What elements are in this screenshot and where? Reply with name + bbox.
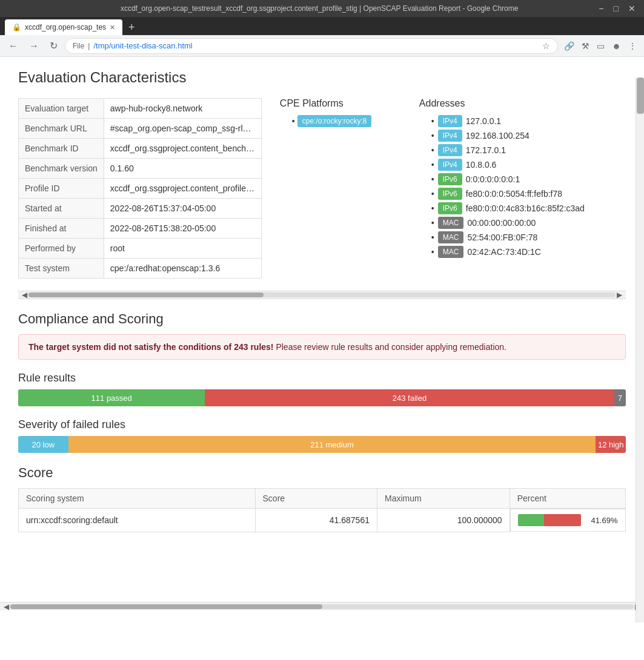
new-tab-button[interactable]: +	[125, 21, 139, 34]
high-bar: 12 high	[596, 436, 626, 453]
profile-button[interactable]: ☻	[609, 39, 623, 53]
menu-button[interactable]: ⋮	[626, 39, 639, 53]
address-list-item: IPv6 0:0:0:0:0:0:0:1	[431, 173, 589, 185]
right-scroll-thumb[interactable]	[637, 78, 644, 114]
addresses-section: Addresses IPv4 127.0.0.1IPv4 192.168.100…	[419, 98, 589, 279]
eval-table-row: Benchmark version0.1.60	[19, 159, 262, 179]
bottom-scrollbar[interactable]: ◀ ▶	[0, 602, 644, 610]
window-controls[interactable]: − □ ✕	[596, 4, 638, 13]
cpe-platforms-section: CPE Platforms cpe:/o:rocky:rocky:8	[280, 98, 401, 279]
right-scrollbar[interactable]	[636, 78, 644, 602]
eval-value: #scap_org.open-scap_comp_ssg-rl8-xccdf-1…	[104, 119, 261, 139]
title-bar: xccdf_org.open-scap_testresult_xccdf_org…	[0, 0, 644, 17]
eval-label: Evaluation target	[19, 99, 104, 119]
eval-label: Test system	[19, 259, 104, 279]
low-bar: 20 low	[18, 436, 68, 453]
eval-value: 2022-08-26T15:37:04-05:00	[104, 199, 261, 219]
eval-value: xccdf_org.ssgproject.content_benchmark_R…	[104, 139, 261, 159]
address-type-badge: IPv4	[438, 115, 462, 127]
bottom-scroll-left[interactable]: ◀	[2, 602, 10, 611]
passed-bar: 111 passed	[18, 389, 205, 406]
back-button[interactable]: ←	[5, 38, 22, 54]
failed-label: 243 failed	[393, 394, 427, 403]
window-title: xccdf_org.open-scap_testresult_xccdf_org…	[42, 4, 596, 13]
scroll-left-button[interactable]: ◀	[21, 291, 28, 299]
split-screen-button[interactable]: ▭	[594, 39, 607, 53]
tab-bar: 🔒 xccdf_org.open-scap_tes ✕ +	[0, 17, 644, 35]
address-list-item: IPv6 fe80:0:0:0:5054:ff:fefb:f78	[431, 188, 589, 200]
eval-label: Performed by	[19, 239, 104, 259]
horizontal-scrollbar[interactable]: ◀ ▶	[18, 291, 626, 299]
eval-label: Benchmark ID	[19, 139, 104, 159]
percent-label: 41.69%	[591, 516, 617, 525]
alert-box: The target system did not satisfy the co…	[18, 334, 626, 360]
cpe-list-item: cpe:/o:rocky:rocky:8	[292, 115, 401, 127]
share-button[interactable]: 🔗	[562, 39, 577, 53]
score-table: Scoring systemScoreMaximumPercent urn:xc…	[18, 488, 626, 532]
alert-text: Please review rule results and consider …	[276, 342, 506, 352]
nav-toolbar: 🔗 ⚒ ▭ ☻ ⋮	[562, 39, 639, 53]
address-type-badge: IPv6	[438, 173, 462, 185]
cpe-list: cpe:/o:rocky:rocky:8	[280, 115, 401, 127]
other-bar: 7	[614, 389, 626, 406]
low-label: 20 low	[32, 440, 55, 449]
address-bar[interactable]: File | /tmp/unit-test-disa-scan.html ☆	[65, 38, 558, 54]
score-system: urn:xccdf:scoring:default	[19, 509, 256, 532]
extensions-button[interactable]: ⚒	[579, 39, 592, 53]
eval-value: 2022-08-26T15:38:20-05:00	[104, 219, 261, 239]
score-value: 41.687561	[255, 509, 377, 532]
tab-label: xccdf_org.open-scap_tes	[25, 23, 106, 31]
close-button[interactable]: ✕	[626, 4, 638, 13]
score-table-header: Score	[255, 489, 377, 509]
eval-value: 0.1.60	[104, 159, 261, 179]
minimize-button[interactable]: −	[596, 4, 606, 13]
scrollbar-track[interactable]	[28, 292, 616, 297]
address-list-item: IPv6 fe80:0:0:0:4c83:b16c:85f2:c3ad	[431, 202, 589, 214]
failed-bar: 243 failed	[205, 389, 614, 406]
address-type-badge: IPv4	[438, 130, 462, 142]
page-title: Evaluation Characteristics	[18, 69, 626, 86]
eval-table-wrapper: Evaluation targetawp-hub-rocky8.networkB…	[18, 98, 262, 279]
passed-label: 111 passed	[91, 394, 132, 403]
score-title: Score	[18, 465, 626, 481]
score-table-header: Maximum	[377, 489, 510, 509]
address-list-item: MAC 52:54:00:FB:0F:78	[431, 231, 589, 243]
high-label: 12 high	[598, 440, 624, 449]
medium-label: 211 medium	[310, 440, 354, 449]
eval-value: xccdf_org.ssgproject.content_profile_sti…	[104, 179, 261, 199]
eval-table: Evaluation targetawp-hub-rocky8.networkB…	[18, 98, 262, 279]
cpe-badge: cpe:/o:rocky:rocky:8	[297, 115, 372, 127]
eval-table-row: Benchmark IDxccdf_org.ssgproject.content…	[19, 139, 262, 159]
address-list-item: IPv4 192.168.100.254	[431, 130, 589, 142]
address-list-item: MAC 02:42:AC:73:4D:1C	[431, 246, 589, 258]
tab-favicon: 🔒	[12, 23, 21, 31]
eval-table-row: Benchmark URL#scap_org.open-scap_comp_ss…	[19, 119, 262, 139]
addresses-title: Addresses	[419, 98, 589, 109]
bottom-scroll-track[interactable]	[10, 604, 634, 609]
eval-table-row: Profile IDxccdf_org.ssgproject.content_p…	[19, 179, 262, 199]
eval-table-row: Performed byroot	[19, 239, 262, 259]
reload-button[interactable]: ↻	[46, 38, 61, 54]
eval-label: Started at	[19, 199, 104, 219]
address-type-badge: IPv6	[438, 188, 462, 200]
score-table-row: urn:xccdf:scoring:default41.687561100.00…	[19, 509, 626, 532]
bookmark-star-icon[interactable]: ☆	[542, 41, 550, 51]
address-list-item: MAC 00:00:00:00:00:00	[431, 217, 589, 229]
eval-table-row: Test systemcpe:/a:redhat:openscap:1.3.6	[19, 259, 262, 279]
tab-close-button[interactable]: ✕	[110, 24, 115, 31]
forward-button[interactable]: →	[25, 38, 42, 54]
address-list-item: IPv4 172.17.0.1	[431, 144, 589, 156]
rule-results-bar: 111 passed 243 failed 7	[18, 389, 626, 406]
address-text[interactable]: /tmp/unit-test-disa-scan.html	[93, 41, 539, 50]
score-table-header: Percent	[510, 489, 625, 509]
scrollbar-thumb[interactable]	[28, 292, 264, 297]
cpe-platforms-title: CPE Platforms	[280, 98, 401, 109]
percent-fail-bar	[544, 514, 581, 526]
eval-table-row: Finished at2022-08-26T15:38:20-05:00	[19, 219, 262, 239]
active-tab[interactable]: 🔒 xccdf_org.open-scap_tes ✕	[5, 19, 122, 35]
bottom-scroll-thumb[interactable]	[10, 604, 322, 609]
address-list-item: IPv4 127.0.0.1	[431, 115, 589, 127]
scroll-right-button[interactable]: ▶	[616, 291, 623, 299]
maximize-button[interactable]: □	[611, 4, 621, 13]
address-type-badge: IPv6	[438, 202, 462, 214]
